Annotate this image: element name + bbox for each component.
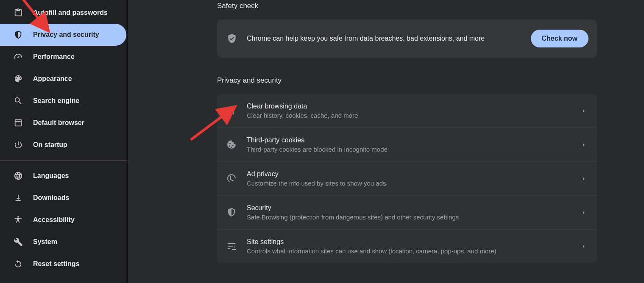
sidebar-item-label: On startup xyxy=(33,141,67,149)
row-ad-privacy[interactable]: Ad privacy Customize the info used by si… xyxy=(217,162,597,196)
sidebar-item-appearance[interactable]: Appearance xyxy=(0,68,126,90)
sidebar-item-reset[interactable]: Reset settings xyxy=(0,253,126,275)
row-security[interactable]: Security Safe Browsing (protection from … xyxy=(217,196,597,230)
row-subtitle: Customize the info used by sites to show… xyxy=(247,180,572,187)
tune-icon xyxy=(226,241,237,252)
sidebar-item-languages[interactable]: Languages xyxy=(0,165,126,187)
sidebar-item-label: Autofill and passwords xyxy=(33,9,108,17)
sidebar-item-label: Search engine xyxy=(33,97,79,105)
chevron-right-icon xyxy=(581,210,587,216)
globe-icon xyxy=(14,171,23,180)
chevron-right-icon xyxy=(581,108,587,114)
row-title: Third-party cookies xyxy=(247,136,572,144)
sidebar-item-accessibility[interactable]: Accessibility xyxy=(0,209,126,231)
section-title-privacy: Privacy and security xyxy=(217,76,597,85)
speedometer-icon xyxy=(14,52,23,61)
sidebar-item-privacy[interactable]: Privacy and security xyxy=(0,24,126,46)
sidebar-item-label: Reset settings xyxy=(33,260,79,268)
ad-click-icon xyxy=(226,173,237,184)
row-subtitle: Controls what information sites can use … xyxy=(247,247,572,255)
sidebar-item-autofill[interactable]: Autofill and passwords xyxy=(0,2,126,24)
row-site-settings[interactable]: Site settings Controls what information … xyxy=(217,230,597,263)
trash-icon xyxy=(226,105,237,117)
row-clear-browsing-data[interactable]: Clear browsing data Clear history, cooki… xyxy=(217,94,597,128)
sidebar-item-downloads[interactable]: Downloads xyxy=(0,187,126,209)
row-subtitle: Safe Browsing (protection from dangerous… xyxy=(247,214,572,221)
cookie-icon xyxy=(226,139,237,150)
download-icon xyxy=(14,193,23,203)
shield-half-icon xyxy=(14,30,23,39)
sidebar-item-default-browser[interactable]: Default browser xyxy=(0,112,126,134)
sidebar-item-label: Privacy and security xyxy=(33,31,99,39)
check-now-button[interactable]: Check now xyxy=(531,30,588,47)
safety-check-message: Chrome can help keep you safe from data … xyxy=(247,35,521,42)
clipboard-icon xyxy=(14,8,23,17)
sidebar-item-startup[interactable]: On startup xyxy=(0,134,126,156)
sidebar-item-performance[interactable]: Performance xyxy=(0,46,126,68)
settings-main: Safety check Chrome can help keep you sa… xyxy=(138,0,644,283)
settings-sidebar: Autofill and passwords Privacy and secur… xyxy=(0,0,127,283)
sidebar-item-search[interactable]: Search engine xyxy=(0,90,126,112)
sidebar-divider xyxy=(0,160,127,161)
sidebar-scrollbar[interactable] xyxy=(127,0,139,283)
row-title: Security xyxy=(247,204,572,212)
row-third-party-cookies[interactable]: Third-party cookies Third-party cookies … xyxy=(217,128,597,162)
power-icon xyxy=(14,140,23,150)
sidebar-item-label: System xyxy=(33,238,57,246)
browser-icon xyxy=(14,118,23,128)
shield-check-icon xyxy=(226,33,237,44)
shield-icon xyxy=(226,207,237,218)
wrench-icon xyxy=(14,237,23,247)
sidebar-item-label: Performance xyxy=(33,53,75,61)
sidebar-item-label: Downloads xyxy=(33,194,69,202)
palette-icon xyxy=(14,74,23,83)
sidebar-item-label: Languages xyxy=(33,172,69,180)
privacy-settings-list: Clear browsing data Clear history, cooki… xyxy=(217,94,597,263)
reset-icon xyxy=(14,259,23,269)
sidebar-item-label: Default browser xyxy=(33,119,84,127)
safety-check-card: Chrome can help keep you safe from data … xyxy=(217,19,597,58)
accessibility-icon xyxy=(14,215,23,225)
sidebar-item-label: Accessibility xyxy=(33,216,75,224)
sidebar-item-label: Appearance xyxy=(33,75,72,83)
sidebar-item-system[interactable]: System xyxy=(0,231,126,253)
search-icon xyxy=(14,96,23,105)
chevron-right-icon xyxy=(581,176,587,182)
chevron-right-icon xyxy=(581,142,587,148)
row-title: Site settings xyxy=(247,238,572,246)
chevron-right-icon xyxy=(581,244,587,250)
section-title-safety: Safety check xyxy=(217,2,597,10)
row-title: Ad privacy xyxy=(247,170,572,178)
row-title: Clear browsing data xyxy=(247,103,572,110)
row-subtitle: Third-party cookies are blocked in Incog… xyxy=(247,146,572,153)
row-subtitle: Clear history, cookies, cache, and more xyxy=(247,112,572,119)
